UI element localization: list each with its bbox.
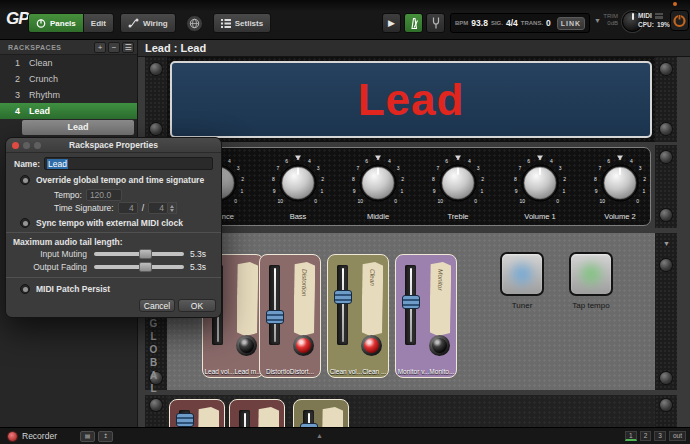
wiring-button[interactable]: Wiring [120, 13, 176, 33]
tap-tempo-pad-button[interactable] [569, 252, 613, 296]
name-input[interactable]: Lead [44, 157, 213, 170]
fader-cap[interactable] [334, 290, 352, 304]
transport-caret-icon[interactable]: ▼ [594, 17, 601, 24]
fader-cap[interactable] [402, 295, 420, 309]
ableton-link-button[interactable]: LINK [557, 17, 585, 30]
edit-label: Edit [91, 19, 106, 28]
knob-dial[interactable]: 012345678910 [350, 155, 406, 211]
tuner-toolbar-button[interactable] [426, 13, 445, 33]
tape-label: Clean [362, 262, 384, 336]
variation-item-lead[interactable]: Lead [0, 119, 137, 137]
wiring-icon [128, 18, 139, 28]
fader-track[interactable] [269, 265, 280, 345]
fader-track[interactable] [179, 410, 190, 427]
rack-menu-caret-icon[interactable]: ▼ [663, 240, 670, 247]
close-icon[interactable] [12, 142, 19, 149]
sidebar-item-crunch[interactable]: 2 Crunch [0, 71, 137, 87]
cancel-button[interactable]: Cancel [139, 299, 175, 312]
panic-button[interactable] [670, 10, 689, 31]
svg-text:6: 6 [527, 158, 530, 164]
notification-dot [673, 2, 677, 6]
sync-midi-clock-toggle[interactable] [20, 218, 30, 228]
add-rackspace-button[interactable]: + [94, 42, 106, 53]
led-button[interactable] [236, 335, 257, 356]
output-fading-slider[interactable] [94, 265, 184, 269]
fader-track[interactable] [405, 265, 416, 345]
play-button[interactable]: ▶ [382, 13, 401, 33]
setlists-button[interactable]: Setlists [213, 13, 271, 33]
zoom-icon[interactable] [34, 142, 41, 149]
knob-label: Volume 2 [580, 212, 660, 221]
recorder-export-button[interactable]: ↥ [98, 431, 113, 442]
knob-treble[interactable]: 012345678910 Treble [430, 155, 486, 211]
trim-value: 0dB [601, 20, 618, 27]
screw-icon [660, 399, 672, 411]
led-button[interactable] [293, 335, 314, 356]
fader-cap[interactable] [176, 413, 194, 427]
slider-thumb[interactable] [139, 249, 152, 259]
svg-text:8: 8 [432, 176, 435, 182]
trans-value[interactable]: 0 [546, 18, 551, 28]
ok-button[interactable]: OK [178, 299, 216, 312]
knob-volume-2[interactable]: 012345678910 Volume 2 [592, 155, 648, 211]
io-indicators: 1 2 3 out [625, 431, 686, 441]
global-rackspace-button[interactable] [186, 15, 203, 32]
time-signature-label: Time Signature: [54, 203, 114, 213]
knob-bass[interactable]: 012345678910 Bass [270, 155, 326, 211]
svg-text:8: 8 [272, 176, 275, 182]
knob-dial[interactable]: 012345678910 [512, 155, 568, 211]
svg-text:3: 3 [559, 165, 562, 171]
record-icon[interactable] [8, 432, 17, 441]
channel-indicator-2: 2 [640, 431, 652, 441]
midi-patch-persist-toggle[interactable] [20, 284, 30, 294]
rackspace-name: Clean [29, 58, 53, 68]
knob-dial[interactable]: 012345678910 [270, 155, 326, 211]
timesig-denominator-input[interactable]: 4 [148, 202, 168, 214]
led-button[interactable] [429, 335, 450, 356]
override-tempo-toggle[interactable] [20, 175, 30, 185]
knob-dial[interactable]: 012345678910 [430, 155, 486, 211]
knob-middle[interactable]: 012345678910 Middle [350, 155, 406, 211]
expand-panel-caret-icon[interactable]: ▲ [316, 432, 323, 439]
edit-button[interactable]: Edit [84, 13, 114, 33]
tape-label: Monitor [430, 262, 452, 336]
tuner-pad-button[interactable] [500, 252, 544, 296]
svg-text:1: 1 [642, 188, 645, 194]
timesig-numerator-input[interactable]: 4 [118, 202, 138, 214]
strip-label: Clean vol...Clean ... [328, 368, 388, 375]
panels-button[interactable]: Panels [28, 13, 84, 33]
sidebar-item-clean[interactable]: 1 Clean [0, 55, 137, 71]
remove-rackspace-button[interactable]: − [108, 42, 120, 53]
knob-volume-1[interactable]: 012345678910 Volume 1 [512, 155, 568, 211]
input-muting-slider[interactable] [94, 252, 184, 256]
svg-text:0: 0 [394, 198, 397, 204]
bpm-value[interactable]: 93.8 [471, 18, 488, 28]
recorder-files-button[interactable]: ▤ [80, 431, 95, 442]
led-button[interactable] [361, 335, 382, 356]
sig-value[interactable]: 4/4 [506, 18, 518, 28]
rack-rail [145, 57, 167, 142]
rackspace-title-bar: Lead : Lead [138, 40, 690, 57]
trim-label-block: TRIM 0dB [601, 13, 618, 27]
svg-text:0: 0 [314, 198, 317, 204]
override-tempo-label: Override global tempo and time signature [36, 175, 204, 185]
rackspace-number: 3 [13, 90, 20, 100]
output-fading-label: Output Fading [13, 262, 87, 272]
rack-rail [655, 57, 677, 142]
fader-track[interactable] [239, 410, 250, 427]
minimize-icon[interactable] [23, 142, 30, 149]
svg-text:3: 3 [237, 165, 240, 171]
tempo-input[interactable]: 120.0 [86, 189, 122, 201]
timesig-stepper[interactable] [168, 202, 177, 214]
sidebar-item-rhythm[interactable]: 3 Rhythm [0, 87, 137, 103]
midi-patch-persist-label: MIDI Patch Persist [36, 284, 110, 294]
slider-thumb[interactable] [139, 262, 152, 272]
rackspace-menu-button[interactable]: ☰ [122, 42, 134, 53]
fader-cap[interactable] [266, 310, 284, 324]
rackspace-name: Lead [29, 106, 50, 116]
fader-track[interactable] [337, 265, 348, 345]
fader-track[interactable] [303, 410, 314, 427]
sidebar-item-lead[interactable]: 4 Lead [0, 103, 137, 119]
metronome-button[interactable] [404, 13, 423, 33]
knob-dial[interactable]: 012345678910 [592, 155, 648, 211]
